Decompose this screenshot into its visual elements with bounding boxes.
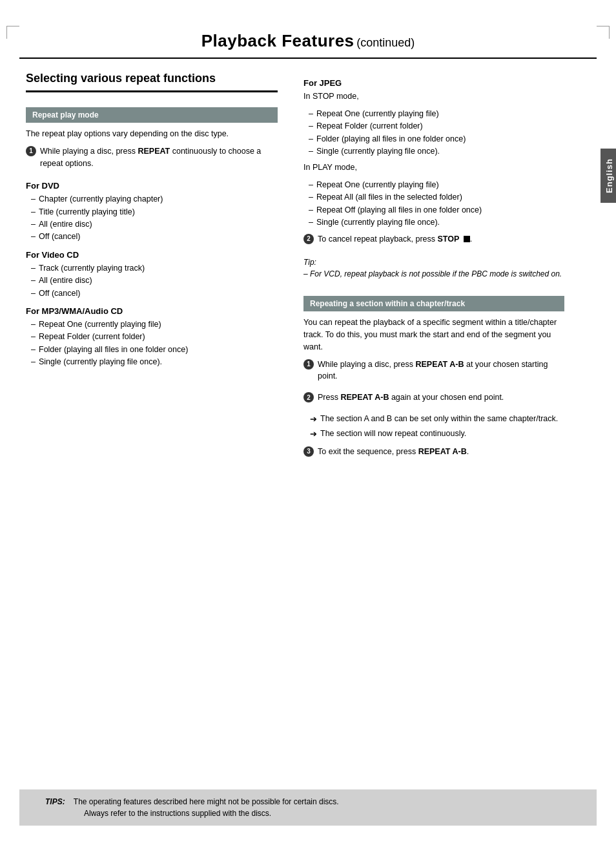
step2-bold: STOP xyxy=(438,235,460,244)
tip-label: Tip: – For VCD, repeat playback is not p… xyxy=(303,256,564,280)
list-item: Title (currently playing title) xyxy=(32,206,278,218)
list-item: Repeat One (currently playing file) xyxy=(32,318,278,331)
sec-step2-post: again at your chosen end point. xyxy=(389,393,504,402)
content-area: Selecting various repeat functions Repea… xyxy=(0,59,616,467)
sec-step2-item: 2 Press REPEAT A-B again at your chosen … xyxy=(303,391,564,409)
section-heading: Selecting various repeat functions xyxy=(26,72,278,92)
list-item: Repeat Folder (current folder) xyxy=(310,120,564,132)
stop-icon xyxy=(464,236,470,242)
page-title-bar: Playback Features (continued) xyxy=(19,19,597,59)
vcd-heading: For Video CD xyxy=(26,250,278,260)
jpeg-play-list: Repeat One (currently playing file) Repe… xyxy=(310,179,564,229)
sec-step3-pre: To exit the sequence, press xyxy=(318,447,418,456)
sec-step1-bold: REPEAT A-B xyxy=(415,360,464,369)
list-item: Folder (playing all files in one folder … xyxy=(310,133,564,145)
step1-bold: REPEAT xyxy=(138,147,170,156)
arrow2-icon: ➔ xyxy=(310,428,317,441)
sec-step3-number: 3 xyxy=(303,446,314,457)
sec-step3-text: To exit the sequence, press REPEAT A-B. xyxy=(318,446,469,458)
page-container: Playback Features (continued) English Se… xyxy=(0,19,616,845)
tips-label: TIPS: xyxy=(45,797,65,806)
sec-step1-number: 1 xyxy=(303,359,314,370)
list-item: All (entire disc) xyxy=(32,218,278,231)
corner-top-right xyxy=(597,26,610,39)
corner-top-left xyxy=(6,26,19,39)
arrow1-icon: ➔ xyxy=(310,413,317,426)
jpeg-stop-intro: In STOP mode, xyxy=(303,90,564,103)
dvd-list: Chapter (currently playing chapter) Titl… xyxy=(32,193,278,244)
sec-step2-pre: Press xyxy=(318,393,340,402)
arrow1-text: The section A and B can be set only with… xyxy=(320,413,558,425)
sec-step1-item: 1 While playing a disc, press REPEAT A-B… xyxy=(303,359,564,388)
step1-text-pre: While playing a disc, press xyxy=(40,147,138,156)
sec-step3-post: . xyxy=(467,447,469,456)
left-column: Selecting various repeat functions Repea… xyxy=(19,59,291,467)
jpeg-stop-list: Repeat One (currently playing file) Repe… xyxy=(310,108,564,158)
list-item: Single (currently playing file once). xyxy=(310,145,564,158)
list-item: Single (currently playing file once). xyxy=(32,356,278,368)
mp3-list: Repeat One (currently playing file) Repe… xyxy=(32,318,278,369)
list-item: Repeat All (all files in the selected fo… xyxy=(310,191,564,203)
mp3-heading: For MP3/WMA/Audio CD xyxy=(26,306,278,316)
list-item: Off (cancel) xyxy=(32,231,278,243)
step2-text: To cancel repeat playback, press STOP . xyxy=(318,233,472,245)
vcd-list: Track (currently playing track) All (ent… xyxy=(32,262,278,300)
list-item: All (entire disc) xyxy=(32,275,278,287)
page-title: Playback Features xyxy=(201,31,354,50)
list-item: Track (currently playing track) xyxy=(32,262,278,275)
sec-step1-pre: While playing a disc, press xyxy=(318,360,415,369)
list-item: Repeat One (currently playing file) xyxy=(310,179,564,191)
arrow2-item: ➔ The section will now repeat continuous… xyxy=(310,428,564,441)
sec-step3-item: 3 To exit the sequence, press REPEAT A-B… xyxy=(303,446,564,463)
tips-text: The operating features described here mi… xyxy=(74,797,339,806)
list-item: Single (currently playing file once). xyxy=(310,216,564,229)
list-item: Repeat Folder (current folder) xyxy=(32,331,278,343)
right-column: For JPEG In STOP mode, Repeat One (curre… xyxy=(291,59,597,467)
step1-text: While playing a disc, press REPEAT conti… xyxy=(40,145,278,170)
jpeg-play-intro: In PLAY mode, xyxy=(303,162,564,174)
repeat-intro: The repeat play options vary depending o… xyxy=(26,128,278,140)
list-item: Repeat One (currently playing file) xyxy=(310,108,564,120)
tip-body: – For VCD, repeat playback is not possib… xyxy=(303,269,562,278)
tips-footer: TIPS: The operating features described h… xyxy=(19,789,597,826)
section-intro: You can repeat the playback of a specifi… xyxy=(303,317,564,353)
dvd-heading: For DVD xyxy=(26,181,278,191)
tip-label-text: Tip: xyxy=(303,258,316,267)
step2-text-pre: To cancel repeat playback, press xyxy=(318,235,438,244)
list-item: Chapter (currently playing chapter) xyxy=(32,193,278,205)
step1-item: 1 While playing a disc, press REPEAT con… xyxy=(26,145,278,175)
repeat-play-mode-box: Repeat play mode xyxy=(26,107,278,123)
sec-step2-number: 2 xyxy=(303,392,314,402)
step2-item: 2 To cancel repeat playback, press STOP … xyxy=(303,233,564,251)
english-tab: English xyxy=(601,149,616,203)
sec-step2-bold: REPEAT A-B xyxy=(340,393,389,402)
sec-step3-bold: REPEAT A-B xyxy=(418,447,467,456)
list-item: Off (cancel) xyxy=(32,287,278,300)
sec-step2-text: Press REPEAT A-B again at your chosen en… xyxy=(318,391,504,404)
step2-number: 2 xyxy=(303,234,314,244)
repeat-section-box: Repeating a section within a chapter/tra… xyxy=(303,296,564,311)
arrow1-item: ➔ The section A and B can be set only wi… xyxy=(310,413,564,426)
tips-text2: Always refer to the instructions supplie… xyxy=(84,809,271,818)
list-item: Repeat Off (playing all files in one fol… xyxy=(310,204,564,216)
arrow2-text: The section will now repeat continuously… xyxy=(320,428,466,440)
step1-number: 1 xyxy=(26,146,36,156)
page-title-continued: (continued) xyxy=(356,36,415,49)
list-item: Folder (playing all files in one folder … xyxy=(32,344,278,356)
jpeg-heading: For JPEG xyxy=(303,78,564,88)
sec-step1-text: While playing a disc, press REPEAT A-B a… xyxy=(318,359,564,383)
